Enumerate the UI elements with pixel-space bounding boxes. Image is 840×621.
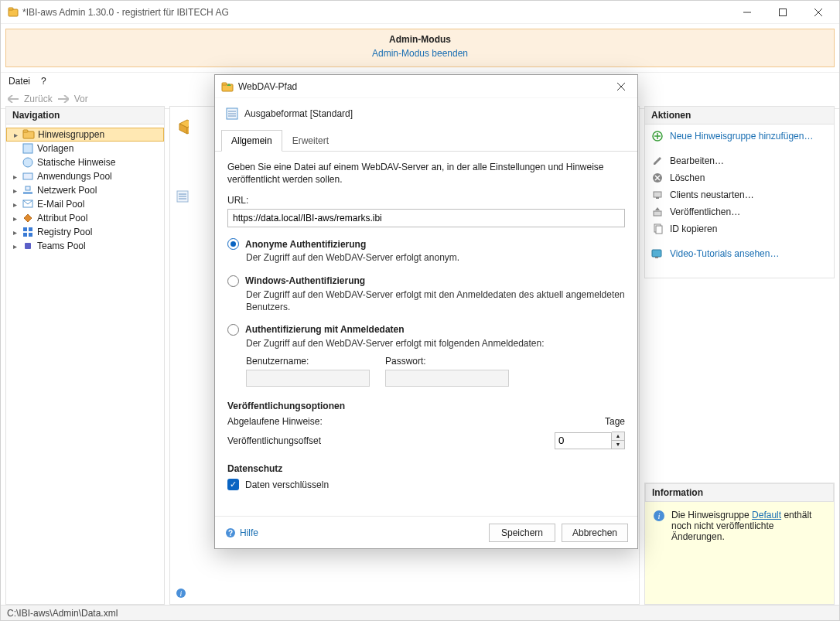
info-icon: i bbox=[653, 510, 665, 522]
tree-label: E-Mail Pool bbox=[37, 199, 84, 210]
svg-rect-35 bbox=[656, 226, 662, 234]
action-publish[interactable]: Veröffentlichen… bbox=[645, 203, 834, 220]
minimize-button[interactable] bbox=[729, 1, 765, 24]
actions-pane-title: Aktionen bbox=[644, 106, 835, 125]
svg-rect-12 bbox=[26, 186, 30, 190]
spin-down-icon[interactable]: ▼ bbox=[612, 441, 624, 449]
action-label: Video-Tutorials ansehen… bbox=[670, 248, 779, 259]
expand-icon[interactable]: ▸ bbox=[11, 200, 19, 209]
svg-rect-36 bbox=[652, 250, 661, 257]
nav-back-label: Zurück bbox=[24, 94, 53, 104]
svg-rect-8 bbox=[23, 144, 32, 153]
cancel-button[interactable]: Abbrechen bbox=[562, 524, 628, 542]
back-arrow-icon[interactable] bbox=[7, 93, 19, 105]
admin-mode-banner: Admin-Modus Admin-Modus beenden bbox=[5, 29, 835, 67]
info-default-link[interactable]: Default bbox=[752, 510, 781, 520]
checkbox-checked-icon: ✓ bbox=[227, 479, 239, 490]
forward-arrow-icon[interactable] bbox=[57, 93, 70, 105]
note-icon bbox=[22, 156, 34, 169]
svg-point-9 bbox=[23, 158, 32, 167]
dialog-tabs: Allgemein Erweitert bbox=[215, 129, 637, 152]
tree-item-anwendungs[interactable]: ▸ Anwendungs Pool bbox=[6, 169, 164, 183]
maximize-button[interactable] bbox=[765, 1, 801, 24]
status-path: C:\IBI-aws\Admin\Data.xml bbox=[7, 608, 118, 619]
tree-item-hinweisgruppen[interactable]: ▸ Hinweisgruppen bbox=[6, 128, 164, 142]
svg-rect-11 bbox=[23, 192, 32, 194]
tree-item-attribut[interactable]: ▸ Attribut Pool bbox=[6, 211, 164, 225]
auth-anonymous-radio[interactable]: Anonyme Authentifizierung bbox=[227, 238, 625, 250]
email-icon bbox=[22, 198, 34, 210]
action-label: Löschen bbox=[670, 172, 705, 183]
svg-rect-15 bbox=[29, 227, 32, 231]
save-button[interactable]: Speichern bbox=[489, 524, 555, 542]
tree-label: Vorlagen bbox=[37, 143, 73, 154]
action-label: Bearbeiten… bbox=[670, 155, 724, 166]
expand-icon[interactable]: ▸ bbox=[11, 214, 19, 223]
close-button[interactable] bbox=[801, 1, 836, 24]
username-label: Benutzername: bbox=[246, 356, 370, 367]
tree-item-registry[interactable]: ▸ Registry Pool bbox=[6, 225, 164, 239]
svg-rect-14 bbox=[23, 227, 27, 231]
url-input[interactable] bbox=[227, 209, 625, 227]
svg-text:i: i bbox=[657, 511, 660, 520]
svg-rect-37 bbox=[655, 257, 658, 258]
expired-label: Abgelaufene Hinweise: bbox=[227, 416, 605, 427]
expand-icon[interactable]: ▸ bbox=[11, 186, 19, 195]
webdav-dialog: WebDAV-Pfad Ausgabeformat [Standard] All… bbox=[214, 74, 638, 549]
svg-text:i: i bbox=[180, 589, 183, 598]
tree-item-netzwerk[interactable]: ▸ Netzwerk Pool bbox=[6, 183, 164, 197]
help-link[interactable]: ? Hilfe bbox=[224, 527, 483, 539]
days-spinner[interactable]: ▲▼ bbox=[555, 432, 625, 449]
action-video[interactable]: Video-Tutorials ansehen… bbox=[645, 245, 834, 262]
menu-help[interactable]: ? bbox=[41, 76, 46, 87]
tab-general[interactable]: Allgemein bbox=[221, 130, 282, 152]
tab-advanced[interactable]: Erweitert bbox=[282, 130, 339, 152]
auth-credentials-radio[interactable]: Authentifizierung mit Anmeldedaten bbox=[227, 324, 625, 336]
dialog-close-button[interactable] bbox=[610, 77, 633, 96]
password-input bbox=[385, 370, 509, 387]
tree-item-statische[interactable]: Statische Hinweise bbox=[6, 155, 164, 169]
action-edit[interactable]: Bearbeiten… bbox=[645, 152, 834, 169]
action-delete[interactable]: Löschen bbox=[645, 169, 834, 186]
tree-item-email[interactable]: ▸ E-Mail Pool bbox=[6, 197, 164, 211]
auth-windows-radio[interactable]: Windows-Authentifizierung bbox=[227, 275, 625, 287]
teams-icon bbox=[22, 240, 34, 252]
tree-item-vorlagen[interactable]: Vorlagen bbox=[6, 142, 164, 155]
expand-icon[interactable]: ▸ bbox=[11, 228, 19, 237]
auth-credentials-desc: Der Zugriff auf den WebDAV-Server erfolg… bbox=[246, 337, 625, 350]
auth-windows-desc: Der Zugriff auf den WebDAV-Server erfolg… bbox=[246, 288, 625, 313]
encrypt-label: Daten verschlüsseln bbox=[245, 479, 329, 490]
copy-icon bbox=[651, 223, 664, 235]
svg-rect-32 bbox=[656, 197, 659, 199]
expand-icon[interactable]: ▸ bbox=[11, 242, 19, 251]
privacy-heading: Datenschutz bbox=[227, 463, 625, 474]
expand-icon[interactable]: ▸ bbox=[11, 172, 19, 181]
tree-label: Registry Pool bbox=[37, 227, 92, 237]
video-icon bbox=[651, 247, 664, 260]
svg-rect-3 bbox=[780, 9, 787, 15]
expand-icon[interactable]: ▸ bbox=[12, 131, 19, 139]
navigation-tree[interactable]: ▸ Hinweisgruppen Vorlagen Statische Hinw… bbox=[5, 125, 165, 605]
tree-label: Netzwerk Pool bbox=[37, 185, 97, 196]
action-restart[interactable]: Clients neustarten… bbox=[645, 186, 834, 203]
tree-item-teams[interactable]: ▸ Teams Pool bbox=[6, 239, 164, 253]
information-pane-title: Information bbox=[645, 483, 834, 502]
action-label: Veröffentlichen… bbox=[670, 206, 740, 217]
days-input[interactable] bbox=[555, 432, 612, 449]
nav-forward-label: Vor bbox=[74, 94, 88, 104]
menu-file[interactable]: Datei bbox=[9, 76, 30, 87]
action-copy-id[interactable]: ID kopieren bbox=[645, 220, 834, 237]
edit-icon bbox=[651, 155, 664, 167]
svg-text:?: ? bbox=[228, 529, 233, 537]
action-new-group[interactable]: Neue Hinweisgruppe hinzufügen… bbox=[645, 128, 834, 145]
actions-pane: Aktionen Neue Hinweisgruppe hinzufügen… … bbox=[644, 106, 835, 278]
password-label: Passwort: bbox=[385, 356, 509, 367]
offset-label: Veröffentlichungsoffset bbox=[227, 435, 555, 446]
app-icon bbox=[7, 6, 19, 19]
action-label: Neue Hinweisgruppe hinzufügen… bbox=[670, 131, 813, 142]
spin-up-icon[interactable]: ▲ bbox=[612, 432, 624, 441]
encrypt-checkbox[interactable]: ✓ Daten verschlüsseln bbox=[227, 479, 625, 490]
url-label: URL: bbox=[227, 195, 625, 206]
tree-label: Teams Pool bbox=[37, 241, 86, 251]
exit-admin-mode-link[interactable]: Admin-Modus beenden bbox=[6, 48, 834, 59]
